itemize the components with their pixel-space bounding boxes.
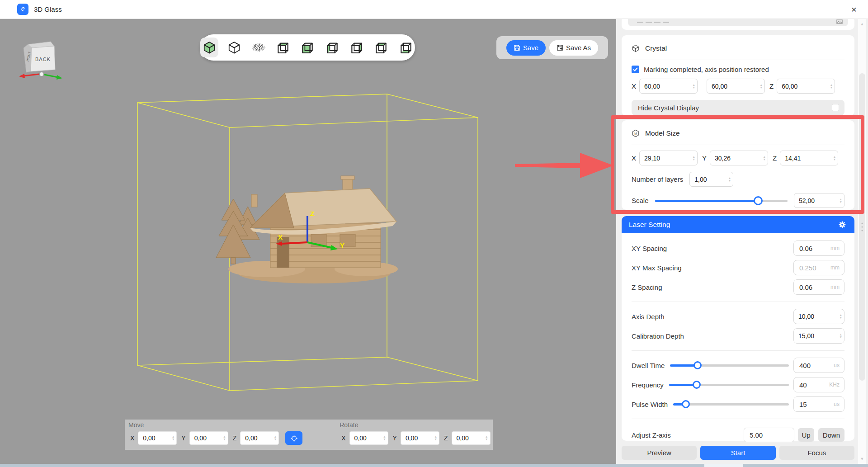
spinner-arrows[interactable]: ▲▼ xyxy=(763,156,766,161)
adjust-z-axis-row: Adjust Z-axis5.00UpDown xyxy=(632,425,844,445)
view-box-back-top-face-button[interactable] xyxy=(372,38,390,57)
rotate-z-spinner[interactable]: 0,00▲▼ xyxy=(452,431,491,445)
frequency-slider[interactable] xyxy=(669,380,789,389)
spinner-arrows[interactable]: ▲▼ xyxy=(693,156,695,161)
view-box-right-face-button[interactable] xyxy=(348,38,366,57)
save-as-button[interactable]: Save As xyxy=(549,40,598,56)
frequency-input[interactable]: 40KHz xyxy=(793,377,844,392)
frequency-slider-thumb[interactable] xyxy=(693,381,701,389)
view-outline-cube-button[interactable] xyxy=(225,38,243,57)
z-down-button[interactable]: Down xyxy=(818,428,844,442)
start-button[interactable]: Start xyxy=(700,446,775,460)
view-solid-cube-button[interactable] xyxy=(200,38,218,57)
nav-axis-green-arrow xyxy=(57,75,62,80)
move-axis-x-label: X xyxy=(130,434,134,442)
spinner-arrows[interactable]: ▲▼ xyxy=(840,314,842,319)
view-box-right-face-icon xyxy=(350,41,363,54)
z-spacing-unit: mm xyxy=(830,284,840,290)
crystal-z-label: Z xyxy=(769,82,774,90)
crystal-z-spinner[interactable]: 60,00▲▼ xyxy=(777,79,835,94)
save-button[interactable]: Save xyxy=(506,40,546,56)
app-logo-icon xyxy=(17,4,28,15)
view-box-bottom-face-button[interactable] xyxy=(397,38,415,57)
calibration-depth-spinner[interactable]: 15,00▲▼ xyxy=(793,328,844,344)
rotate-x-spinner[interactable]: 0,00▲▼ xyxy=(349,431,388,445)
rotate-x-spinner-value: 0,00 xyxy=(354,434,367,442)
model-size-z-spinner[interactable]: 14,41▲▼ xyxy=(780,151,838,165)
spinner-arrows[interactable]: ▲▼ xyxy=(172,435,175,441)
view-point-cloud-icon xyxy=(252,41,265,54)
spinner-arrows[interactable]: ▲▼ xyxy=(833,156,836,161)
view-box-left-face-button[interactable] xyxy=(323,38,341,57)
focus-button[interactable]: Focus xyxy=(779,446,854,460)
crystal-x-spinner[interactable]: 60,00▲▼ xyxy=(639,79,698,94)
hide-crystal-toggle[interactable]: Hide Crystal Display xyxy=(632,100,844,115)
model-size-icon: M xyxy=(632,129,640,137)
view-outline-cube-icon xyxy=(227,41,241,54)
scale-slider[interactable] xyxy=(655,196,788,205)
dwell-time-input[interactable]: 400us xyxy=(793,358,844,373)
scale-label: Scale xyxy=(632,197,649,204)
view-box-front-face-button[interactable] xyxy=(298,38,316,57)
pulse-width-slider-thumb[interactable] xyxy=(682,400,690,408)
spinner-arrows[interactable]: ▲▼ xyxy=(434,435,437,441)
z-up-button[interactable]: Up xyxy=(798,428,814,442)
laser-setting-section: Laser Setting XY Spacing0.06mmXY Max Spa… xyxy=(622,216,854,441)
dwell-time-slider-thumb[interactable] xyxy=(693,361,702,369)
nav-cube[interactable]: BACK RIGHT xyxy=(18,34,65,81)
view-box-top-face-button[interactable] xyxy=(274,38,292,57)
preview-button[interactable]: Preview xyxy=(622,446,697,460)
scroll-down-arrow[interactable]: ▼ xyxy=(858,457,866,461)
spinner-arrows[interactable]: ▲▼ xyxy=(693,84,695,89)
spinner-arrows[interactable]: ▲▼ xyxy=(223,435,226,441)
scroll-up-arrow[interactable]: ▲ xyxy=(858,22,866,26)
viewport-3d[interactable]: X Y Z BACK RIGHT Save xyxy=(0,19,616,467)
model-size-x-label: X xyxy=(632,154,636,162)
model-size-x-spinner[interactable]: 29,10▲▼ xyxy=(639,151,698,165)
view-point-cloud-button[interactable] xyxy=(250,38,268,57)
panel-scrollbar[interactable]: ▲ ▼ xyxy=(858,19,866,464)
layers-spinner[interactable]: 1,00 ▲▼ xyxy=(689,172,733,187)
spinner-arrows[interactable]: ▲▼ xyxy=(383,435,386,441)
calibration-depth-label: Calibration Depth xyxy=(632,332,684,340)
xy-max-spacing-input[interactable]: 0.250mm xyxy=(793,260,844,275)
move-y-spinner-value: 0,00 xyxy=(194,434,207,442)
spinner-arrows[interactable]: ▲▼ xyxy=(728,177,731,182)
view-box-back-top-face-icon xyxy=(374,41,388,54)
pulse-width-slider[interactable] xyxy=(673,400,789,409)
spinner-arrows[interactable]: ▲▼ xyxy=(760,84,763,89)
z-spacing-input[interactable]: 0.06mm xyxy=(793,279,844,295)
view-mode-toolbar xyxy=(200,34,415,61)
move-y-spinner[interactable]: 0,00▲▼ xyxy=(189,431,228,445)
spinner-arrows[interactable]: ▲▼ xyxy=(830,84,833,89)
crystal-x-spinner-value: 60,00 xyxy=(644,83,660,90)
scrollbar-thumb[interactable] xyxy=(859,73,865,381)
frequency-row: Frequency40KHz xyxy=(632,376,844,394)
close-window-button[interactable]: × xyxy=(848,4,860,15)
dwell-time-slider[interactable] xyxy=(670,361,789,370)
gear-icon[interactable] xyxy=(838,221,846,229)
spinner-arrows[interactable]: ▲▼ xyxy=(840,333,842,339)
spinner-arrows[interactable]: ▲▼ xyxy=(485,435,488,441)
scale-spinner[interactable]: 52,00 ▲▼ xyxy=(794,193,844,208)
center-target-button[interactable] xyxy=(285,431,302,445)
axis-depth-spinner[interactable]: 10,00▲▼ xyxy=(793,309,844,324)
dwell-time-label: Dwell Time xyxy=(632,362,665,369)
adjust-z-axis-input[interactable]: 5.00 xyxy=(744,428,794,442)
move-z-spinner[interactable]: 0,00▲▼ xyxy=(240,431,279,445)
rotate-y-spinner[interactable]: 0,00▲▼ xyxy=(401,431,439,445)
pulse-width-input[interactable]: 15us xyxy=(793,396,844,412)
number-of-layers-label: Number of layers xyxy=(632,175,683,183)
save-bar: Save Save As xyxy=(496,36,608,59)
move-x-spinner[interactable]: 0,00▲▼ xyxy=(138,431,177,445)
xy-spacing-input[interactable]: 0.06mm xyxy=(793,241,844,256)
crystal-axis1-spinner[interactable]: 60,00▲▼ xyxy=(707,79,765,94)
marking-completed-checkbox[interactable] xyxy=(632,66,639,73)
hide-crystal-checkbox[interactable] xyxy=(832,104,839,111)
spinner-arrows[interactable]: ▲▼ xyxy=(274,435,277,441)
model-size-y-spinner[interactable]: 30,26▲▼ xyxy=(710,151,768,165)
scale-slider-thumb[interactable] xyxy=(754,196,763,205)
z-spacing-row: Z Spacing0.06mm xyxy=(632,278,844,296)
calibration-depth-spinner-value: 15,00 xyxy=(798,332,814,340)
spinner-arrows[interactable]: ▲▼ xyxy=(840,198,842,203)
